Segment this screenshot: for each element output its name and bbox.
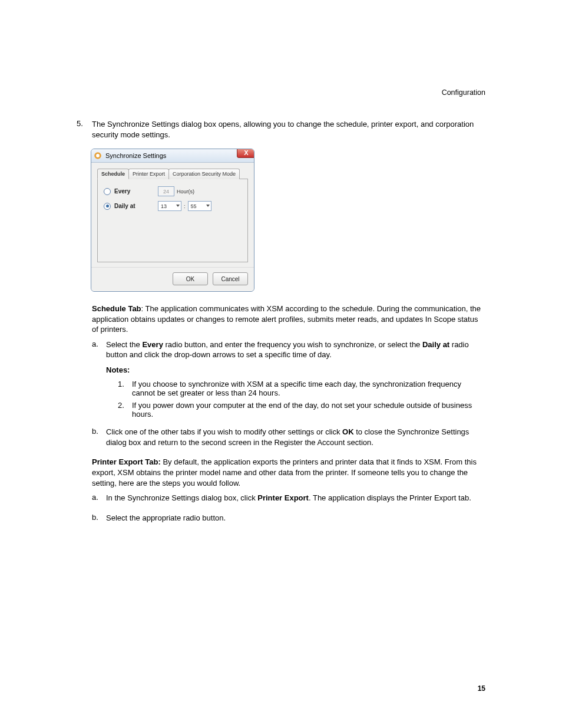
note-2-text: If you power down your computer at the e… [132, 401, 485, 419]
note-1-text: If you choose to synchronize with XSM at… [132, 380, 485, 397]
svg-point-1 [96, 154, 100, 157]
schedule-sub-b: b. Click one of the other tabs if you wi… [92, 427, 485, 452]
printer-b-text: Select the appropriate radio button. [106, 513, 485, 523]
sub-b-text: Click one of the other tabs if you wish … [106, 427, 485, 447]
page-number: 15 [478, 684, 485, 693]
every-unit: Hour(s) [177, 189, 194, 195]
tab-corp-security-mode[interactable]: Corporation Security Mode [168, 169, 240, 179]
tab-printer-export[interactable]: Printer Export [128, 169, 169, 179]
ok-button[interactable]: OK [173, 272, 208, 285]
schedule-sub-a: a. Select the Every radio button, and en… [92, 340, 485, 423]
note-2-marker: 2. [118, 401, 132, 419]
sub-a-bold2: Daily at [422, 340, 449, 349]
page: Configuration 5. The Synchronize Setting… [0, 0, 562, 728]
sub-a-bold1: Every [142, 340, 163, 349]
close-button[interactable]: X [237, 149, 254, 158]
note-2: 2. If you power down your computer at th… [106, 401, 485, 419]
notes-label: Notes: [106, 365, 485, 375]
printer-a-bold: Printer Export [257, 493, 309, 502]
dialog-footer: OK Cancel [91, 267, 254, 291]
sub-a-pre: Select the [106, 340, 142, 349]
step-5: 5. The Synchronize Settings dialog box o… [77, 119, 485, 532]
dialog-body: Schedule Printer Export Corporation Secu… [91, 163, 254, 267]
sub-a-marker: a. [92, 340, 106, 423]
sub-b-pre: Click one of the other tabs if you wish … [106, 427, 342, 436]
daily-label: Daily at [114, 203, 158, 209]
time-separator: : [184, 203, 186, 209]
step-number: 5. [77, 119, 92, 532]
schedule-tab-paragraph: Schedule Tab: The application communicat… [92, 304, 485, 335]
sub-b-bold: OK [342, 427, 354, 436]
option-every-row: Every 24 Hour(s) [104, 186, 242, 196]
printer-export-paragraph: Printer Export Tab: By default, the appl… [92, 457, 485, 488]
sub-a-text: Select the Every radio button, and enter… [106, 340, 485, 360]
printer-sub-b: b. Select the appropriate radio button. [92, 513, 485, 528]
cancel-button[interactable]: Cancel [213, 272, 248, 285]
dialog-titlebar: Synchronize Settings X [91, 149, 254, 163]
tab-row: Schedule Printer Export Corporation Secu… [97, 169, 248, 179]
printer-sub-a: a. In the Synchronize Settings dialog bo… [92, 493, 485, 508]
running-header: Configuration [77, 88, 485, 97]
sync-settings-dialog: Synchronize Settings X Schedule Printer … [91, 149, 254, 292]
close-icon: X [244, 149, 248, 156]
printer-a-post: . The application displays the Printer E… [309, 493, 471, 502]
every-label: Every [114, 188, 158, 195]
schedule-tab-label: Schedule Tab [92, 304, 141, 313]
sub-a-mid: radio button, and enter the frequency yo… [163, 340, 422, 349]
radio-daily-at[interactable] [104, 203, 111, 210]
schedule-tab-desc: : The application communicates with XSM … [92, 304, 481, 334]
daily-minute-select[interactable]: 55 [188, 201, 211, 211]
note-1: 1. If you choose to synchronize with XSM… [106, 380, 485, 397]
note-1-marker: 1. [118, 380, 132, 397]
printer-b-marker: b. [92, 513, 106, 528]
printer-a-text: In the Synchronize Settings dialog box, … [106, 493, 485, 503]
app-icon [94, 151, 102, 160]
printer-a-pre: In the Synchronize Settings dialog box, … [106, 493, 257, 502]
radio-every[interactable] [104, 188, 111, 195]
tab-content-schedule: Every 24 Hour(s) Daily at 13 : 55 [97, 179, 248, 262]
tab-schedule[interactable]: Schedule [97, 169, 129, 179]
main-content: 5. The Synchronize Settings dialog box o… [77, 119, 485, 532]
every-hours-input[interactable]: 24 [158, 186, 174, 196]
option-daily-row: Daily at 13 : 55 [104, 201, 242, 211]
step-5-text: The Synchronize Settings dialog box open… [92, 119, 485, 140]
dialog-title: Synchronize Settings [105, 152, 252, 159]
printer-export-label: Printer Export Tab: [92, 457, 161, 466]
sub-b-marker: b. [92, 427, 106, 452]
printer-a-marker: a. [92, 493, 106, 508]
daily-hour-select[interactable]: 13 [158, 201, 181, 211]
